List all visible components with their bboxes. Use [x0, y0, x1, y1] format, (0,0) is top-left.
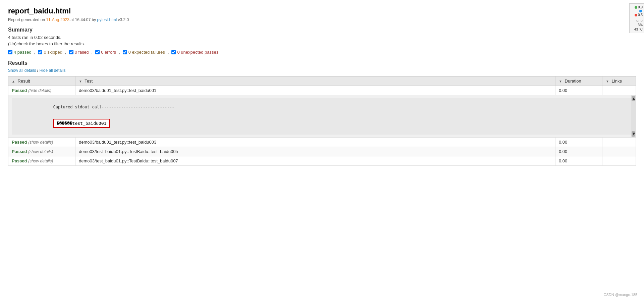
report-date: 11-Aug-2023 [46, 17, 69, 22]
dot-blue-icon [639, 10, 642, 12]
filter-expected-label[interactable]: 0 expected failures [123, 50, 165, 55]
show-details-link-2[interactable]: (show details) [28, 149, 53, 154]
filter-skipped-checkbox[interactable] [38, 50, 42, 54]
widget-val2: 0.5 [638, 13, 643, 17]
results-heading: Results [8, 60, 636, 66]
hide-details-link-0[interactable]: (hide details) [28, 88, 51, 93]
filter-failed-checkbox[interactable] [69, 50, 73, 54]
results-links: Show all details / Hide all details [8, 68, 636, 73]
show-details-link-1[interactable]: (show details) [28, 140, 53, 145]
pytest-html-link[interactable]: pytest-html [97, 17, 117, 22]
result-cell-2: Passed (show details) [8, 147, 75, 156]
result-status: Passed [12, 88, 27, 93]
page-title: report_baidu.html [8, 7, 636, 15]
result-cell-3: Passed (show details) [8, 156, 75, 166]
filter-expected-checkbox[interactable] [123, 50, 127, 54]
scrollbar-right-0[interactable]: ▲ ▼ [631, 95, 636, 137]
widget-divider [630, 18, 643, 18]
table-row: Passed (show details) demo03/baidu01_tes… [8, 138, 636, 147]
result-cell-1: Passed (show details) [8, 138, 75, 147]
widget-cpu-row: CPU [630, 19, 643, 23]
result-status-3: Passed [12, 158, 27, 163]
widget-cpu-value: 3% [638, 23, 643, 27]
widget-cpu-value-row: 3% [630, 23, 643, 27]
filter-instruction: (Un)check the boxes to filter the result… [8, 41, 636, 46]
results-table: ▲ Result ▼ Test ▼ Duration ▼ Links [8, 76, 636, 166]
detail-content-0: Captured stdout call--------------------… [8, 95, 636, 137]
filter-unexpected-checkbox[interactable] [171, 50, 176, 54]
col-header-links[interactable]: ▼ Links [602, 77, 636, 86]
links-cell-1 [602, 138, 636, 147]
filter-passed-label[interactable]: 4 passed [8, 50, 32, 55]
summary-run-text: 4 tests ran in 0.02 seconds. [8, 35, 636, 40]
widget-temp-row: 43 °C [630, 27, 643, 32]
duration-cell-2: 0.00 [555, 147, 602, 156]
test-cell-1: demo03/baidu01_test.py::test_baidu003 [75, 138, 555, 147]
duration-cell-3: 0.00 [555, 156, 602, 166]
col-header-duration[interactable]: ▼ Duration [555, 77, 602, 86]
table-row: Passed (hide details) demo03/baidu01_tes… [8, 86, 636, 95]
errors-count: 0 errors [101, 50, 116, 55]
filter-failed-label[interactable]: 0 failed [69, 50, 89, 55]
test-cell-3: demo03/test_baidu01.py::TestBaidu::test_… [75, 156, 555, 166]
summary-heading: Summary [8, 27, 636, 33]
hide-all-link[interactable]: Hide all details [39, 68, 65, 73]
expected-count: 0 expected failures [128, 50, 165, 55]
result-status-1: Passed [12, 140, 27, 145]
duration-cell-1: 0.00 [555, 138, 602, 147]
filter-skipped-label[interactable]: 0 skipped [38, 50, 62, 55]
passed-count: 4 passed [14, 50, 32, 55]
sort-icon-test: ▼ [79, 80, 82, 83]
show-all-link[interactable]: Show all details [8, 68, 36, 73]
dot-green-icon [635, 6, 637, 9]
table-row: Passed (show details) demo03/test_baidu0… [8, 156, 636, 166]
table-row: Passed (show details) demo03/test_baidu0… [8, 147, 636, 156]
test-cell-0: demo03/baidu01_test.py::test_baidu001 [75, 86, 555, 95]
filter-passed-checkbox[interactable] [8, 50, 12, 54]
widget-row-1: 0.9 [630, 5, 643, 9]
failed-count: 0 failed [75, 50, 89, 55]
widget-row-3: 0.5 [630, 13, 643, 17]
widget-row-2 [630, 9, 643, 13]
table-header: ▲ Result ▼ Test ▼ Duration ▼ Links [8, 77, 636, 86]
links-cell-2 [602, 147, 636, 156]
show-details-link-3[interactable]: (show details) [28, 159, 53, 163]
col-header-result[interactable]: ▲ Result [8, 77, 75, 86]
widget-val1: 0.9 [638, 5, 643, 9]
detail-scroll-0: Captured stdout call--------------------… [8, 95, 636, 137]
filter-errors-label[interactable]: 0 errors [95, 50, 116, 55]
sort-icon-links: ▼ [606, 80, 609, 83]
widget-cpu-label: CPU [636, 19, 643, 22]
test-cell-2: demo03/test_baidu01.py::TestBaidu::test_… [75, 147, 555, 156]
duration-cell-0: 0.00 [555, 86, 602, 95]
sort-icon-duration: ▼ [559, 80, 562, 83]
result-status-2: Passed [12, 149, 27, 154]
scrollbar-thumb-down: ▼ [632, 131, 635, 137]
detail-row-0: Captured stdout call--------------------… [8, 95, 636, 138]
scrollbar-thumb-up: ▲ [632, 96, 635, 101]
filter-errors-checkbox[interactable] [95, 50, 100, 54]
garbled-text-0: ������test_baidu001 [53, 119, 110, 128]
report-meta: Report generated on 11-Aug-2023 at 16:44… [8, 17, 636, 22]
side-widget: 0.9 0.5 CPU 3% 43 °C [629, 3, 644, 33]
filter-unexpected-label[interactable]: 0 unexpected passes [171, 50, 218, 55]
col-header-test[interactable]: ▼ Test [75, 77, 555, 86]
results-section: Results Show all details / Hide all deta… [8, 60, 636, 166]
skipped-count: 0 skipped [44, 50, 62, 55]
widget-temp: 43 °C [634, 28, 643, 31]
result-cell: Passed (hide details) [8, 86, 75, 95]
links-cell-3 [602, 156, 636, 166]
table-body: Passed (hide details) demo03/baidu01_tes… [8, 86, 636, 166]
sort-icon-result: ▲ [12, 80, 15, 83]
detail-cell-0: Captured stdout call--------------------… [8, 95, 636, 138]
unexpected-count: 0 unexpected passes [177, 50, 218, 55]
dot-red-icon [635, 14, 637, 16]
links-cell-0 [602, 86, 636, 95]
filter-row: 4 passed , 0 skipped , 0 failed , 0 erro… [8, 50, 636, 55]
captured-stdout-0: Captured stdout call--------------------… [12, 98, 632, 135]
